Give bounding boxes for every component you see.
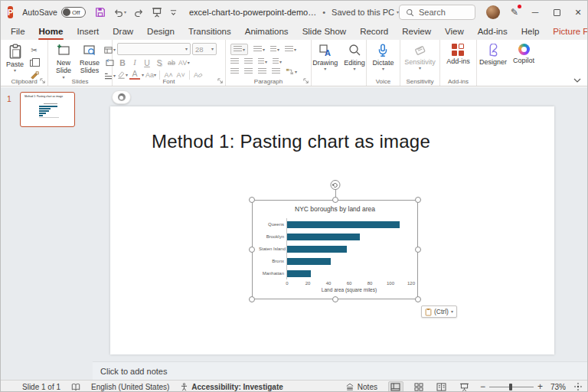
tab-slide-show[interactable]: Slide Show	[296, 24, 354, 40]
slide-thumbnail-panel[interactable]: 1 Method 1: Pasting chart as image	[1, 87, 93, 380]
increase-indent-button[interactable]	[244, 58, 253, 65]
text-shadow-button[interactable]: S	[154, 57, 165, 67]
slide-canvas[interactable]: Method 1: Pasting chart as image NYC bor…	[110, 106, 554, 354]
slide-sorter-view-button[interactable]	[411, 381, 426, 392]
resize-handle-n[interactable]	[332, 197, 338, 203]
slide-indicator[interactable]: Slide 1 of 1	[22, 383, 60, 391]
slide-title[interactable]: Method 1: Pasting chart as image	[152, 131, 430, 152]
save-button[interactable]	[95, 7, 106, 18]
resize-handle-w[interactable]	[249, 247, 255, 253]
columns-button[interactable]: ▾	[258, 58, 267, 65]
resize-handle-s[interactable]	[332, 296, 338, 302]
canvas-copilot-button[interactable]	[112, 90, 131, 104]
new-slide-button[interactable]: New Slide▾	[51, 42, 76, 81]
paste-button[interactable]: Paste▾	[4, 42, 26, 74]
notes-pane[interactable]: Click to add notes	[93, 361, 588, 380]
zoom-out-button[interactable]: −	[480, 381, 485, 392]
tab-review[interactable]: Review	[395, 24, 438, 40]
search-input[interactable]: Search	[399, 5, 475, 20]
slideshow-view-button[interactable]	[457, 381, 472, 392]
tab-file[interactable]: File	[4, 24, 32, 40]
powerpoint-app-icon[interactable]: P	[8, 6, 13, 18]
editing-button[interactable]: Editing▾	[341, 42, 368, 73]
tab-draw[interactable]: Draw	[106, 24, 140, 40]
close-button[interactable]: ×	[567, 1, 588, 24]
line-spacing-button[interactable]: ▾	[285, 46, 296, 53]
tab-add-ins[interactable]: Add-ins	[471, 24, 514, 40]
tab-transitions[interactable]: Transitions	[181, 24, 238, 40]
normal-view-button[interactable]	[388, 381, 403, 392]
customize-qat-button[interactable]	[170, 9, 177, 16]
addins-button[interactable]: Add-ins	[444, 42, 472, 67]
italic-button[interactable]: I	[129, 57, 140, 67]
dropdown-icon: ▾	[295, 70, 297, 74]
font-size-combo[interactable]: 28▾	[192, 43, 217, 55]
cut-button[interactable]: ✂	[28, 44, 41, 55]
strikethrough-button[interactable]: ab	[166, 57, 177, 67]
resize-handle-nw[interactable]	[249, 197, 255, 203]
tab-help[interactable]: Help	[514, 24, 547, 40]
clipboard-dialog-launcher[interactable]	[40, 78, 46, 84]
accessibility-status[interactable]: Accessibility: Investigate	[180, 383, 283, 391]
justify-button[interactable]	[272, 68, 280, 75]
language-indicator[interactable]: English (United States)	[91, 383, 169, 391]
dictate-button[interactable]: Dictate▾	[370, 42, 396, 73]
slide-editor-area[interactable]: Method 1: Pasting chart as image NYC bor…	[93, 87, 588, 361]
maximize-button[interactable]	[546, 1, 567, 24]
decrease-indent-button[interactable]	[230, 58, 239, 65]
selected-chart-image[interactable]: NYC boroughs by land area QueensBrooklyn…	[252, 200, 418, 299]
reuse-slides-button[interactable]: Reuse Slides	[77, 42, 102, 77]
bold-button[interactable]: B	[117, 57, 128, 67]
autosave-toggle[interactable]: AutoSave Off	[22, 7, 86, 18]
zoom-slider-handle[interactable]	[509, 384, 512, 390]
user-avatar[interactable]	[486, 5, 500, 19]
resize-handle-e[interactable]	[415, 247, 421, 253]
align-center-button[interactable]	[244, 68, 253, 75]
tab-picture-format[interactable]: Picture Format	[546, 24, 588, 40]
start-slideshow-button[interactable]	[152, 7, 162, 18]
spell-check-button[interactable]	[71, 383, 80, 391]
tab-view[interactable]: View	[438, 24, 471, 40]
slide-thumbnail[interactable]: Method 1: Pasting chart as image	[20, 92, 75, 127]
copy-button[interactable]: ▾	[28, 57, 41, 68]
character-spacing-button[interactable]: AV▾	[178, 57, 190, 67]
align-left-button[interactable]	[230, 68, 239, 75]
fit-slide-button[interactable]	[573, 382, 583, 391]
minimize-button[interactable]: ─	[524, 1, 546, 24]
tab-design[interactable]: Design	[140, 24, 181, 40]
zoom-slider[interactable]	[489, 387, 534, 387]
tab-insert[interactable]: Insert	[70, 24, 106, 40]
font-name-combo[interactable]: ▾	[117, 43, 191, 55]
drawing-button[interactable]: A Drawing▾	[310, 42, 340, 73]
convert-smartart-button[interactable]: ▾	[286, 68, 297, 75]
tab-animations[interactable]: Animations	[238, 24, 296, 40]
notes-toggle-button[interactable]: Notes	[345, 383, 377, 391]
pen-notification-icon[interactable]: ✎	[511, 7, 518, 18]
numbering-button[interactable]: ▾	[253, 46, 265, 53]
resize-handle-se[interactable]	[415, 296, 421, 302]
bullets-button[interactable]: ▾	[230, 44, 248, 55]
tab-home[interactable]: Home	[32, 24, 70, 40]
autosave-switch-icon[interactable]: Off	[61, 7, 86, 18]
saved-status[interactable]: Saved to this PC ▾	[332, 8, 399, 17]
chart-bar-area	[286, 243, 411, 255]
align-right-button[interactable]	[258, 68, 266, 75]
tab-record[interactable]: Record	[353, 24, 395, 40]
font-dialog-launcher[interactable]	[217, 78, 224, 84]
resize-handle-sw[interactable]	[249, 296, 255, 302]
text-direction-button[interactable]: ▾	[273, 58, 282, 65]
copilot-button[interactable]: Copilot	[511, 42, 537, 66]
collapse-ribbon-button[interactable]	[573, 78, 581, 83]
underline-button[interactable]: U	[142, 57, 152, 67]
paste-options-button[interactable]: (Ctrl) ▾	[421, 305, 457, 318]
undo-button[interactable]: ▾	[113, 8, 126, 18]
list-level-button[interactable]: ▾	[270, 46, 279, 53]
reading-view-button[interactable]	[434, 381, 449, 392]
paragraph-dialog-launcher[interactable]	[303, 78, 309, 84]
redo-button[interactable]	[134, 8, 144, 18]
rotation-handle[interactable]	[330, 180, 340, 190]
zoom-in-button[interactable]: +	[537, 381, 543, 392]
resize-handle-ne[interactable]	[415, 197, 421, 203]
zoom-level[interactable]: 73%	[550, 383, 566, 391]
designer-button[interactable]: Designer	[477, 42, 509, 67]
